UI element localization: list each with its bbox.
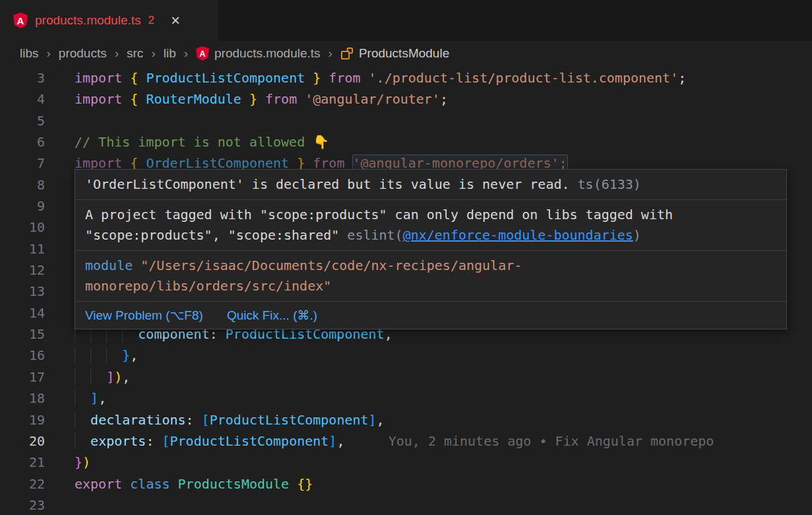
line-number[interactable]: 5 [0,110,45,131]
code-token: } [249,91,257,107]
code-line[interactable]: 21}) [0,452,812,473]
code-token: ; [678,70,686,86]
breadcrumb-item-symbol[interactable]: ProductsModule [340,46,449,61]
symbol-class-icon [340,47,354,60]
line-number[interactable]: 20 [0,430,45,452]
code-token: './product-list/product-list.component' [369,70,679,86]
breadcrumb-item-libs[interactable]: libs [20,46,39,61]
code-token [75,347,122,363]
diagnostic-source: ts(6133) [570,176,641,192]
line-number[interactable]: 19 [0,409,45,430]
module-path: "/Users/isaac/Documents/code/nx-recipes/… [133,258,522,273]
breadcrumb-file-label: products.module.ts [214,46,321,61]
code-content: exports: [ProductListComponent],You, 2 m… [45,430,714,452]
code-token: , [130,347,138,363]
code-line[interactable]: 4import { RouterModule } from '@angular/… [0,88,812,110]
code-line[interactable]: 16 }, [0,345,812,366]
line-number[interactable]: 13 [0,281,45,302]
code-token: class [130,476,170,492]
code-token [257,91,265,107]
line-number[interactable]: 23 [0,495,45,515]
code-line[interactable]: 19 declarations: [ProductListComponent], [0,409,812,430]
code-token [305,70,313,86]
eslint-rule-link[interactable]: @nx/enforce-module-boundaries [403,227,633,243]
code-content: export class ProductsModule {} [45,473,313,495]
code-line[interactable]: 18 ], [0,388,812,409]
code-token: You, 2 minutes ago • Fix Angular monorep… [389,433,714,449]
line-number[interactable]: 4 [0,88,45,110]
code-token: : [146,433,154,449]
code-content: import { RouterModule } from '@angular/r… [45,88,448,110]
breadcrumb-item-file[interactable]: A products.module.ts [196,46,321,61]
line-number[interactable]: 22 [0,473,45,495]
view-problem-button[interactable]: View Problem (⌥F8) [85,308,203,323]
code-token: , [122,369,130,385]
code-line[interactable]: 3import { ProductListComponent } from '.… [0,67,812,88]
module-info-line2: monorepo/libs/orders/src/index" [85,276,776,296]
line-number[interactable]: 10 [0,217,45,238]
line-number[interactable]: 21 [0,452,45,473]
code-token: } [75,454,82,470]
code-token [138,70,146,86]
code-token: ] [328,433,336,449]
code-token: ] [106,369,114,385]
line-number[interactable]: 8 [0,174,45,195]
breadcrumb-item-lib[interactable]: lib [164,46,176,61]
code-token [75,433,90,449]
tab-title: products.module.ts [35,13,141,28]
code-line[interactable]: 17 ]), [0,366,812,388]
line-number[interactable]: 3 [0,67,45,88]
diagnostic-text: 'OrderListComponent' is declared but its… [85,176,570,192]
diagnostic-source-prefix: eslint( [347,227,402,243]
line-number[interactable]: 9 [0,195,45,217]
line-number[interactable]: 11 [0,238,45,259]
code-token: declarations [90,412,186,428]
line-number[interactable]: 12 [0,259,45,281]
breadcrumb-item-src[interactable]: src [127,46,143,61]
code-line[interactable]: 6// This import is not allowed 👇 [0,131,812,153]
code-line[interactable]: 23 [0,495,812,515]
code-token: ) [82,454,90,470]
angular-file-icon: A [196,46,209,61]
code-token: {} [297,476,313,492]
code-token [122,476,130,492]
code-token: { [130,91,138,107]
line-number[interactable]: 14 [0,302,45,324]
code-editor[interactable]: 3import { ProductListComponent } from '.… [0,66,812,515]
line-number[interactable]: 7 [0,153,45,174]
code-token: exports [90,433,146,449]
code-token: '@angular/router' [305,91,440,107]
line-number[interactable]: 15 [0,324,45,345]
code-token: } [313,70,321,86]
code-token: ProductListComponent [170,433,329,449]
code-line[interactable]: 22export class ProductsModule {} [0,473,812,495]
code-line[interactable]: 5 [0,110,812,131]
code-token [122,91,130,107]
code-token: ] [369,412,377,428]
tab-products-module[interactable]: A products.module.ts 2 × [0,0,218,41]
code-token: , [336,433,344,449]
code-token: // This import is not allowed [75,134,313,150]
quick-fix-button[interactable]: Quick Fix... (⌘.) [227,308,317,323]
code-token: ) [114,369,122,385]
code-token: , [377,412,385,428]
code-token [154,433,162,449]
line-number[interactable]: 6 [0,131,45,153]
close-icon[interactable]: × [171,13,180,28]
diagnostic-text-line2: "scope:products", "scope:shared" eslint(… [85,225,776,246]
line-number[interactable]: 17 [0,366,45,388]
code-token: from [265,91,297,107]
code-content: }) [45,452,90,473]
chevron-right-icon: › [115,46,119,61]
breadcrumb: libs › products › src › lib › A products… [0,41,812,66]
line-number[interactable]: 18 [0,388,45,409]
code-content: ]), [45,366,130,388]
code-token: ; [440,91,448,107]
line-number[interactable]: 16 [0,345,45,366]
code-token: [ [162,433,170,449]
breadcrumb-item-products[interactable]: products [59,46,107,61]
code-token: from [328,70,360,86]
code-token: import [75,70,122,86]
code-line[interactable]: 20 exports: [ProductListComponent],You, … [0,430,812,452]
code-content: }, [45,345,138,366]
